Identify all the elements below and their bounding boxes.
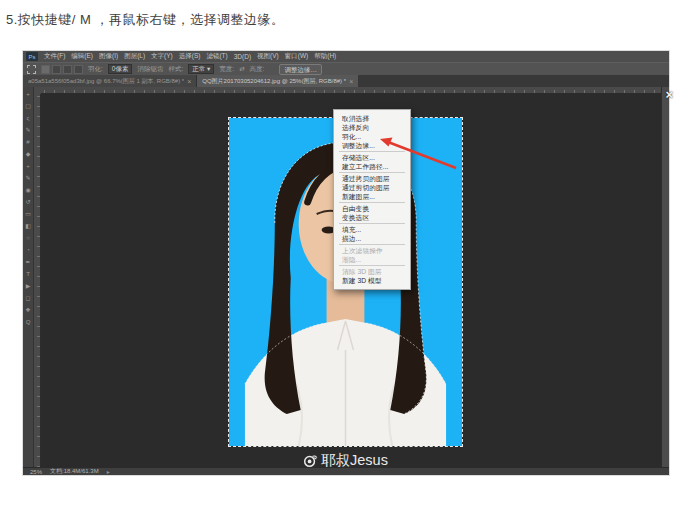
status-caret-icon[interactable]: ▸: [107, 468, 110, 475]
context-menu-item: 渐隐...: [334, 255, 410, 264]
antialias-checkbox-label[interactable]: 消除锯齿: [137, 65, 163, 74]
clone-stamp-tool[interactable]: ◉: [24, 186, 33, 195]
photoshop-logo: Ps: [26, 52, 38, 61]
context-menu-item[interactable]: 新建图层...: [334, 192, 410, 201]
style-label: 样式:: [168, 65, 183, 74]
menu-item[interactable]: 视图(V): [257, 52, 279, 61]
move-tool[interactable]: +: [24, 90, 33, 99]
document-tab-inactive[interactable]: a05a51a556f05ad3bf.jpg @ 66.7%(图层 1 副本, …: [23, 75, 197, 87]
height-label: 高度:: [250, 65, 265, 74]
crop-tool[interactable]: #: [24, 138, 33, 147]
menu-item[interactable]: 窗口(W): [285, 52, 308, 61]
blur-tool[interactable]: ○: [24, 234, 33, 243]
context-menu-item[interactable]: 选择反向: [334, 123, 410, 132]
shape-tool[interactable]: ◻: [24, 294, 33, 303]
eraser-tool[interactable]: ▭: [24, 210, 33, 219]
context-menu: 取消选择选择反向羽化...调整边缘...存储选区...建立工作路径...通过拷贝…: [333, 109, 411, 290]
tutorial-page: 5.按快捷键/ M ，再鼠标右键，选择调整边缘。 Ps 文件(F)编辑(E)图像…: [0, 0, 690, 515]
eyedropper-tool[interactable]: ◆: [24, 150, 33, 159]
close-tab-icon[interactable]: ×: [349, 78, 353, 85]
context-menu-item[interactable]: 自由变换: [334, 204, 410, 213]
path-select-tool[interactable]: ▶: [24, 282, 33, 291]
menu-item[interactable]: 图层(L): [124, 52, 145, 61]
menu-item[interactable]: 文件(F): [44, 52, 65, 61]
context-menu-item[interactable]: 新建 3D 模型: [334, 276, 410, 285]
context-menu-separator: [339, 172, 405, 173]
brush-tool[interactable]: ✎: [24, 174, 33, 183]
options-bar: 羽化: 0像素 消除锯齿 样式: 正常 ▾ 宽度: ⇄ 高度: 调整边缘…: [23, 62, 669, 75]
horizontal-ruler: [34, 87, 661, 94]
intersect-selection-icon[interactable]: [74, 65, 83, 74]
selection-mode-group: [41, 65, 83, 74]
style-select[interactable]: 正常 ▾: [188, 64, 214, 74]
menu-bar: Ps 文件(F)编辑(E)图像(I)图层(L)文字(Y)选择(S)滤镜(T)3D…: [23, 51, 669, 62]
context-menu-item[interactable]: 建立工作路径...: [334, 162, 410, 171]
menu-item[interactable]: 滤镜(T): [206, 52, 227, 61]
context-menu-item[interactable]: 调整边缘...: [334, 141, 410, 150]
context-menu-separator: [339, 151, 405, 152]
document-tabs: a05a51a556f05ad3bf.jpg @ 66.7%(图层 1 副本, …: [23, 75, 669, 87]
menu-item[interactable]: 3D(D): [234, 53, 251, 60]
ruler-corner: [34, 87, 41, 94]
context-menu-item: 清除 3D 图层: [334, 267, 410, 276]
add-selection-icon[interactable]: [52, 65, 61, 74]
vertical-scrollbar[interactable]: [661, 87, 669, 467]
vertical-ruler: [34, 94, 41, 467]
context-menu-separator: [339, 265, 405, 266]
document-tab-active[interactable]: QQ图片20170305204612.jpg @ 25%(图层, RGB/8#)…: [197, 75, 358, 87]
context-menu-item[interactable]: 通过剪切的图层: [334, 183, 410, 192]
context-menu-item[interactable]: 描边...: [334, 234, 410, 243]
zoom-tool[interactable]: Q: [24, 318, 33, 327]
dodge-tool[interactable]: ◔: [24, 246, 33, 255]
context-menu-separator: [339, 223, 405, 224]
photoshop-window: Ps 文件(F)编辑(E)图像(I)图层(L)文字(Y)选择(S)滤镜(T)3D…: [22, 50, 670, 476]
context-menu-item[interactable]: 通过拷贝的图层: [334, 174, 410, 183]
menu-item[interactable]: 图像(I): [99, 52, 118, 61]
document-size-info: 文档:18.4M/61.3M: [50, 467, 99, 476]
refine-edge-button[interactable]: 调整边缘…: [279, 64, 322, 75]
marquee-tool[interactable]: ▢: [24, 102, 33, 111]
status-bar: 25% 文档:18.4M/61.3M ▸: [23, 467, 669, 475]
subtract-selection-icon[interactable]: [63, 65, 72, 74]
context-menu-item[interactable]: 取消选择: [334, 114, 410, 123]
quick-select-tool[interactable]: ✎: [24, 126, 33, 135]
gradient-tool[interactable]: ◧: [24, 222, 33, 231]
menu-item[interactable]: 文字(Y): [151, 52, 173, 61]
context-menu-item[interactable]: 羽化...: [334, 132, 410, 141]
type-tool[interactable]: T: [24, 270, 33, 279]
width-label: 宽度:: [219, 65, 234, 74]
pen-tool[interactable]: ✒: [24, 258, 33, 267]
feather-label: 羽化:: [88, 65, 103, 74]
feather-input[interactable]: 0像素: [108, 64, 133, 74]
close-icon[interactable]: ×: [665, 87, 673, 102]
menu-item[interactable]: 帮助(H): [314, 52, 336, 61]
chevron-down-icon: ▾: [207, 65, 210, 72]
context-menu-item[interactable]: 存储选区...: [334, 153, 410, 162]
step-heading: 5.按快捷键/ M ，再鼠标右键，选择调整边缘。: [6, 11, 285, 29]
new-selection-icon[interactable]: [41, 65, 50, 74]
marquee-tool-icon: [27, 65, 36, 74]
healing-brush-tool[interactable]: +: [24, 162, 33, 171]
context-menu-item[interactable]: 填充...: [334, 225, 410, 234]
context-menu-separator: [339, 202, 405, 203]
hand-tool[interactable]: ❖: [24, 306, 33, 315]
menu-item[interactable]: 选择(S): [179, 52, 201, 61]
weibo-eye-icon: [303, 453, 318, 468]
lasso-tool[interactable]: ς: [24, 114, 33, 123]
context-menu-separator: [339, 244, 405, 245]
close-tab-icon[interactable]: ×: [187, 78, 191, 85]
context-menu-item: 上次滤镜操作: [334, 246, 410, 255]
menu-item[interactable]: 编辑(E): [71, 52, 93, 61]
tools-panel: +▢ς✎#◆+✎◉↺▭◧○◔✒T▶◻❖Q: [23, 87, 34, 467]
swap-dimensions-icon[interactable]: ⇄: [239, 65, 244, 73]
zoom-level[interactable]: 25%: [30, 469, 42, 475]
context-menu-item[interactable]: 变换选区: [334, 213, 410, 222]
history-brush-tool[interactable]: ↺: [24, 198, 33, 207]
